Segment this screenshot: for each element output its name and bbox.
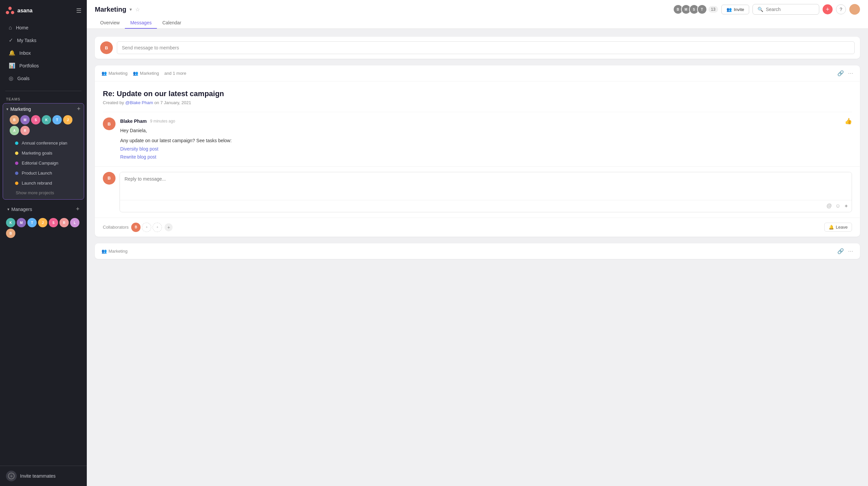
leave-button[interactable]: 🔔 Leave [824, 223, 852, 232]
message-time: 9 minutes ago [150, 119, 175, 124]
project-launch-rebrand[interactable]: Launch rebrand [9, 178, 78, 188]
avatar: T [27, 218, 37, 227]
teams-section-label: Teams [0, 94, 87, 102]
hamburger-icon[interactable]: ☰ [76, 7, 82, 14]
link-icon-2[interactable]: 🔗 [837, 248, 844, 254]
compose-input[interactable]: Send message to members [117, 41, 855, 54]
reply-input-area: @ ☺ ✦ [120, 172, 852, 212]
collaborators-row: Collaborators B + + + 🔔 Leave [95, 218, 860, 237]
project-dot [15, 152, 18, 155]
project-label: Annual conference plan [22, 140, 67, 145]
team-managers-label: Managers [11, 206, 76, 212]
avatar: K [6, 218, 16, 227]
thread-meta-1: 👥 Marketing [101, 71, 127, 76]
team-marketing-add[interactable]: + [77, 105, 81, 112]
show-more-projects[interactable]: Show more projects [6, 188, 81, 197]
member-avatars: B M S T 13 [675, 4, 718, 14]
avatar: R [59, 218, 69, 227]
svg-point-1 [6, 11, 9, 14]
link-icon[interactable]: 🔗 [837, 70, 844, 76]
project-label: Editorial Campaign [22, 161, 58, 166]
add-collaborator-button[interactable]: + [164, 223, 173, 231]
tab-overview[interactable]: Overview [95, 18, 125, 29]
project-editorial-campaign[interactable]: Editorial Campaign [9, 158, 78, 168]
topbar-right: B M S T 13 👥 Invite 🔍 + ? [675, 4, 860, 15]
chevron-down-icon[interactable]: ▾ [129, 7, 132, 12]
invite-teammates-label: Invite teammates [20, 473, 56, 479]
project-marketing-goals[interactable]: Marketing goals [9, 148, 78, 158]
sidebar-item-label: Inbox [19, 51, 31, 56]
sidebar-item-portfolios[interactable]: 📊 Portfolios [3, 59, 84, 72]
team-managers-add[interactable]: + [76, 205, 80, 213]
star-icon[interactable]: ☆ [135, 6, 140, 13]
tab-messages[interactable]: Messages [125, 18, 157, 29]
avatar: S [31, 115, 40, 125]
reply-input[interactable] [120, 172, 851, 199]
thread-preview: 👥 Marketing 🔗 ⋯ [95, 243, 860, 259]
like-button[interactable]: 👍 [845, 118, 852, 125]
created-prefix: Created by [103, 100, 124, 105]
thread-header: 👥 Marketing 👥 Marketing and 1 more 🔗 ⋯ [95, 65, 860, 82]
thread-author-link[interactable]: @Blake Pham [125, 100, 153, 105]
avatar: M [17, 218, 26, 227]
sidebar-item-my-tasks[interactable]: ✓ My Tasks [3, 34, 84, 46]
team-marketing-header[interactable]: ▾ Marketing + [6, 105, 81, 112]
thread-meta-label-2: Marketing [140, 71, 159, 76]
search-input[interactable] [766, 7, 814, 12]
content-area: B Send message to members 👥 Marketing 👥 … [87, 29, 868, 486]
team-marketing-label: Marketing [10, 106, 77, 112]
sidebar-item-label: My Tasks [17, 38, 36, 43]
sidebar-item-home[interactable]: ⌂ Home [3, 22, 84, 34]
avatar: M [20, 115, 30, 125]
goals-icon: ◎ [9, 75, 13, 82]
project-product-launch[interactable]: Product Launch [9, 168, 78, 178]
user-avatar[interactable] [849, 4, 860, 15]
at-mention-icon[interactable]: @ [826, 203, 832, 209]
app-logo[interactable]: asana [5, 6, 32, 15]
help-button[interactable]: ? [836, 4, 846, 14]
team-managers-chevron: ▾ [7, 207, 9, 212]
task-icon[interactable]: ✦ [844, 203, 848, 209]
project-annual-conference[interactable]: Annual conference plan [9, 138, 78, 148]
invite-plus-icon: + [8, 473, 15, 479]
collab-avatars: B + + [131, 223, 162, 232]
message-body: Any update on our latest campaign? See t… [120, 137, 852, 144]
people-icon: 👥 [101, 71, 107, 76]
invite-btn-label: Invite [734, 7, 744, 12]
thread-body: Re: Update on our latest campaign Create… [95, 82, 860, 166]
message-text: Hey Daniela, Any update on our latest ca… [120, 127, 852, 161]
portfolios-icon: 📊 [9, 62, 16, 69]
collab-avatar-placeholder-2[interactable]: + [153, 223, 162, 232]
reply-box-inner: B @ ☺ ✦ [103, 172, 852, 212]
collab-avatar-placeholder-1[interactable]: + [142, 223, 151, 232]
emoji-icon[interactable]: ☺ [835, 203, 841, 209]
avatar: T [697, 4, 707, 14]
sidebar-item-goals[interactable]: ◎ Goals [3, 72, 84, 85]
home-icon: ⌂ [9, 25, 12, 31]
thread-meta-label: Marketing [108, 71, 127, 76]
message-content: Blake Pham 9 minutes ago 👍 Hey Daniela, … [120, 118, 852, 161]
avatar: R [20, 126, 30, 135]
bell-icon: 🔔 [9, 50, 16, 56]
invite-button[interactable]: 👥 Invite [721, 5, 749, 14]
add-button[interactable]: + [823, 4, 833, 14]
sidebar-item-inbox[interactable]: 🔔 Inbox [3, 47, 84, 59]
team-managers-header[interactable]: ▾ Managers + [3, 203, 84, 215]
team-marketing-active: ▾ Marketing + B M S K T J A R Annual con… [3, 103, 84, 200]
app-name: asana [18, 8, 32, 14]
collaborators-label: Collaborators [103, 225, 128, 230]
invite-teammates-btn[interactable]: + Invite teammates [0, 466, 87, 486]
tab-calendar[interactable]: Calendar [157, 18, 187, 29]
task-link-2[interactable]: Rewrite blog post [120, 153, 852, 161]
avatar: A [10, 126, 19, 135]
more-options-icon-2[interactable]: ⋯ [848, 248, 853, 254]
topbar: Marketing ▾ ☆ B M S T 13 👥 Invite 🔍 [87, 0, 868, 29]
thread-preview-header: 👥 Marketing 🔗 ⋯ [95, 243, 860, 259]
thread2-header-right: 🔗 ⋯ [837, 248, 853, 254]
thread-created: Created by @Blake Pham on 7 January, 202… [103, 100, 852, 105]
thread-meta-2: 👥 Marketing [133, 71, 159, 76]
more-options-icon[interactable]: ⋯ [848, 70, 853, 76]
search-box[interactable]: 🔍 [752, 4, 819, 15]
sidebar-top: asana ☰ [0, 0, 87, 19]
task-link-1[interactable]: Diversity blog post [120, 145, 852, 153]
